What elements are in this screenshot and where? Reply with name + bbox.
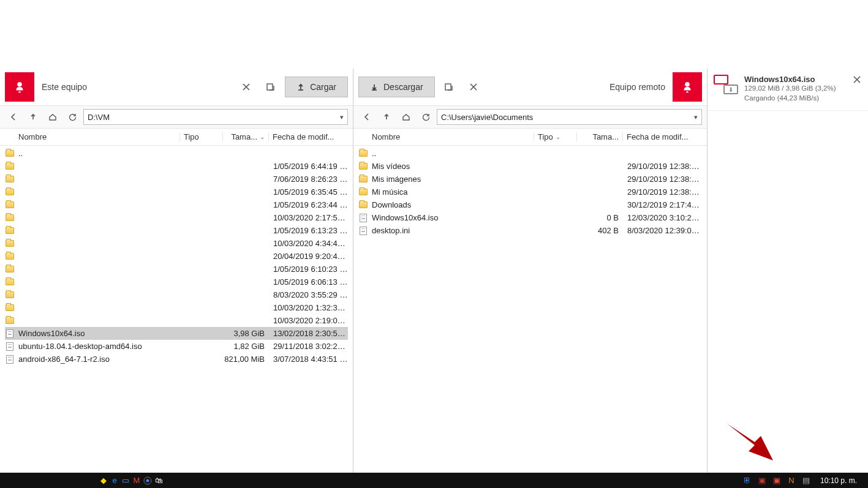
taskbar-clock[interactable]: 10:10 p. m. [815, 476, 862, 485]
list-item[interactable]: Mi música29/10/2019 12:38:2... [358, 186, 702, 198]
list-item[interactable]: 7/06/2019 8:26:23 p... [5, 173, 348, 186]
item-date: 8/03/2020 12:39:09 ... [622, 226, 702, 235]
col-type[interactable]: Tipo [179, 132, 222, 141]
item-name: ubuntu-18.04.1-desktop-amd64.iso [18, 342, 179, 351]
tray-app-icon[interactable]: ▤ [801, 475, 812, 486]
item-date: 1/05/2019 6:44:19 p... [268, 162, 348, 171]
list-item[interactable]: android-x86_64-7.1-r2.iso821,00 MiB3/07/… [5, 353, 348, 366]
sort-indicator-icon: ⌄ [556, 133, 560, 140]
list-item[interactable]: 1/05/2019 6:10:23 p... [5, 263, 348, 276]
transfer-item[interactable]: ⬇ Windows10x64.iso 129,02 MiB / 3,98 GiB… [708, 69, 868, 111]
list-item[interactable]: Mis imágenes29/10/2019 12:38:2... [358, 173, 702, 186]
local-panel: Este equipo Cargar D:\VM ▾ [0, 69, 353, 473]
transfer-icon: ⬇ [714, 75, 738, 94]
list-item[interactable]: 8/03/2020 3:55:29 a... [5, 288, 348, 301]
refresh-icon[interactable] [417, 108, 434, 126]
up-icon[interactable] [25, 108, 42, 126]
item-date: 29/11/2018 3:02:24 ... [268, 342, 348, 351]
chrome-icon[interactable] [142, 475, 153, 486]
list-item[interactable]: 10/03/2020 2:17:55 ... [5, 211, 348, 224]
tray-app-icon[interactable]: N [786, 475, 797, 486]
folder-icon [5, 149, 15, 159]
local-column-header[interactable]: Nombre Tipo Tama...⌄ Fecha de modif... [0, 129, 353, 146]
folder-icon [5, 277, 15, 287]
col-size[interactable]: Tama... [576, 132, 622, 141]
list-item[interactable]: 1/05/2019 6:23:44 p... [5, 198, 348, 211]
list-item[interactable]: 10/03/2020 1:32:35 ... [5, 301, 348, 314]
list-item[interactable]: ubuntu-18.04.1-desktop-amd64.iso1,82 GiB… [5, 340, 348, 353]
item-name: Mi música [372, 187, 534, 197]
col-name[interactable]: Nombre [358, 132, 534, 141]
folder-icon [358, 162, 368, 171]
tray-shield-icon[interactable]: ⛨ [742, 475, 753, 486]
list-item[interactable]: Windows10x64.iso3,98 GiB13/02/2018 2:30:… [5, 327, 348, 340]
item-date: 1/05/2019 6:23:44 p... [268, 200, 348, 209]
new-tab-icon[interactable] [439, 77, 459, 97]
svg-point-0 [17, 82, 22, 87]
list-item[interactable]: 1/05/2019 6:06:13 p... [5, 276, 348, 288]
item-date: 10/03/2020 4:34:41 ... [268, 239, 348, 248]
gmail-icon[interactable]: M [131, 475, 142, 486]
folder-icon [5, 265, 15, 274]
item-date: 10/03/2020 1:32:35 ... [268, 303, 348, 312]
back-icon[interactable] [5, 108, 22, 126]
transfer-close-icon[interactable] [851, 73, 863, 86]
edge-icon[interactable]: e [109, 475, 120, 486]
list-item[interactable]: .. [358, 147, 702, 160]
chevron-down-icon[interactable]: ▾ [338, 113, 344, 121]
explorer-icon[interactable]: ▭ [120, 475, 131, 486]
tray-app-icon[interactable]: ▣ [757, 475, 768, 486]
store-icon[interactable]: 🛍 [153, 475, 164, 486]
list-item[interactable]: 1/05/2019 6:44:19 p... [5, 160, 348, 173]
file-icon [5, 355, 15, 364]
up-icon[interactable] [378, 108, 395, 126]
list-item[interactable]: 10/03/2020 2:19:06 ... [5, 314, 348, 327]
item-date: 29/10/2019 12:38:2... [622, 162, 702, 171]
local-path-input[interactable]: D:\VM ▾ [83, 109, 348, 125]
col-name[interactable]: Nombre [5, 132, 179, 141]
close-tab-icon[interactable] [463, 77, 484, 97]
list-item[interactable]: Mis vídeos29/10/2019 12:38:2... [358, 160, 702, 173]
home-icon[interactable] [398, 108, 415, 126]
taskbar-app-icon[interactable]: ◆ [98, 475, 109, 486]
download-button[interactable]: Descargar [358, 77, 435, 97]
list-item[interactable]: desktop.ini402 B8/03/2020 12:39:09 ... [358, 224, 702, 237]
remote-path-input[interactable]: C:\Users\javie\Documents ▾ [437, 109, 702, 125]
file-icon [5, 329, 15, 339]
list-item[interactable]: Windows10x64.iso0 B12/03/2020 3:10:25 ..… [358, 211, 702, 224]
sort-indicator-icon: ⌄ [260, 133, 265, 140]
upload-button[interactable]: Cargar [285, 77, 348, 97]
col-type[interactable]: Tipo⌄ [534, 132, 576, 141]
transfer-progress: 129,02 MiB / 3,98 GiB (3,2%) [744, 84, 862, 94]
col-date[interactable]: Fecha de modif... [622, 132, 702, 141]
chevron-down-icon[interactable]: ▾ [692, 113, 698, 121]
home-icon[interactable] [44, 108, 61, 126]
transfer-filename: Windows10x64.iso [744, 75, 862, 84]
list-item[interactable]: 1/05/2019 6:35:45 p... [5, 186, 348, 198]
list-item[interactable]: 20/04/2019 9:20:46 ... [5, 250, 348, 263]
item-date: 1/05/2019 6:06:13 p... [268, 277, 348, 287]
list-item[interactable]: 10/03/2020 4:34:41 ... [5, 237, 348, 250]
close-tab-icon[interactable] [236, 77, 257, 97]
item-name: android-x86_64-7.1-r2.iso [18, 355, 179, 364]
remote-column-header[interactable]: Nombre Tipo⌄ Tama... Fecha de modif... [353, 129, 707, 146]
system-tray[interactable]: ⛨ ▣ ▣ N ▤ 10:10 p. m. [742, 475, 868, 486]
new-tab-icon[interactable] [260, 77, 281, 97]
taskbar[interactable]: ◆ e ▭ M 🛍 ⛨ ▣ ▣ N ▤ 10:10 p. m. [0, 473, 868, 488]
list-item[interactable]: .. [5, 147, 348, 160]
remote-file-list[interactable]: ..Mis vídeos29/10/2019 12:38:2...Mis imá… [353, 146, 707, 473]
svg-point-3 [685, 82, 690, 87]
folder-icon [5, 200, 15, 210]
back-icon[interactable] [358, 108, 376, 126]
list-item[interactable]: 1/05/2019 6:13:23 p... [5, 224, 348, 237]
col-size[interactable]: Tama...⌄ [222, 132, 268, 141]
tray-app-icon[interactable]: ▣ [771, 475, 782, 486]
remote-navbar: C:\Users\javie\Documents ▾ [353, 105, 707, 129]
list-item[interactable]: Downloads30/12/2019 2:17:42 ... [358, 198, 702, 211]
local-file-list[interactable]: ..1/05/2019 6:44:19 p...7/06/2019 8:26:2… [0, 146, 353, 473]
col-date[interactable]: Fecha de modif... [268, 132, 348, 141]
refresh-icon[interactable] [64, 108, 81, 126]
file-icon [5, 342, 15, 351]
transfer-panel: ⬇ Windows10x64.iso 129,02 MiB / 3,98 GiB… [708, 69, 868, 473]
item-date: 1/05/2019 6:35:45 p... [268, 187, 348, 197]
